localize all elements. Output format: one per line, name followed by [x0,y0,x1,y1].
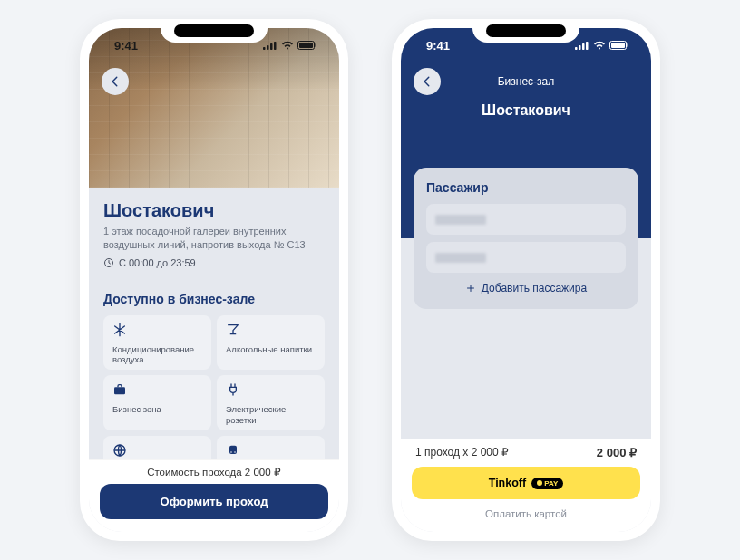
lounge-location: 1 этаж посадочной галереи внутренних воз… [103,225,325,252]
plug-icon [226,382,240,397]
price-label: Стоимость прохода 2 000 ₽ [100,466,328,478]
svg-rect-6 [316,43,317,47]
cocktail-icon [226,323,240,337]
status-time: 9:41 [426,39,450,53]
amenity-ac: Кондиционирование воздуха [103,315,211,371]
svg-rect-5 [299,43,313,48]
train-icon [226,443,240,458]
back-button[interactable] [414,68,441,95]
status-time: 9:41 [114,39,138,53]
arrow-left-icon [421,75,433,88]
battery-icon [297,41,317,50]
lounge-hours: С 00:00 до 23:59 [103,257,325,268]
amenities-title: Доступно в бизнес-зале [103,292,325,306]
tinkoff-pay-badge: PAY [531,478,563,489]
phone-left: 9:41 Шостакович 1 этаж посадочной галере… [80,19,348,541]
lounge-title: Шостакович [103,200,325,221]
amenities-grid: Кондиционирование воздуха Алкогольные на… [103,315,325,484]
header-title: Шостакович [401,102,651,119]
svg-rect-14 [579,45,581,50]
globe-icon [112,443,127,458]
redacted-value [435,215,486,225]
redacted-value [435,253,486,263]
notch [161,19,268,43]
passenger-name-input[interactable] [426,204,626,235]
signal-icon [575,41,589,50]
back-button[interactable] [102,68,129,95]
signal-icon [263,41,278,50]
svg-rect-16 [586,42,589,50]
plus-icon [465,283,476,294]
svg-rect-8 [114,388,125,395]
svg-rect-10 [229,446,237,454]
svg-rect-2 [270,43,273,50]
payment-footer: 1 проход x 2 000 ₽ 2 000 ₽ Tinkoff PAY О… [401,439,651,532]
amenity-business: Бизнес зона [103,375,211,430]
phone-right: 9:41 Бизнес-зал Шостакович Пассажир Доба… [392,19,660,541]
clock-icon [103,257,114,268]
svg-point-11 [230,451,232,453]
briefcase-icon [112,382,127,397]
svg-rect-18 [611,43,625,48]
wifi-icon [281,41,294,50]
svg-rect-19 [628,43,629,47]
svg-rect-13 [575,47,578,50]
wifi-icon [593,41,606,50]
checkout-button[interactable]: Оформить проход [100,484,328,519]
svg-rect-3 [274,42,277,50]
svg-rect-1 [267,45,269,50]
summary-total: 2 000 ₽ [597,446,637,459]
svg-rect-15 [582,43,585,50]
tinkoff-label: Tinkoff [489,477,526,489]
add-passenger-button[interactable]: Добавить пассажира [426,282,626,294]
arrow-left-icon [109,75,122,88]
tinkoff-pay-button[interactable]: Tinkoff PAY [412,467,640,499]
notch [472,19,579,43]
bottom-bar: Стоимость прохода 2 000 ₽ Оформить прохо… [89,459,339,532]
snowflake-icon [112,323,127,337]
amenity-power: Электрические розетки [217,375,325,430]
svg-point-12 [234,451,236,453]
price-summary: 1 проход x 2 000 ₽ 2 000 ₽ [412,446,640,467]
svg-rect-0 [263,47,266,50]
passenger-title: Пассажир [426,180,626,195]
passenger-doc-input[interactable] [426,242,626,273]
summary-line: 1 проход x 2 000 ₽ [415,446,509,459]
amenity-alcohol: Алкогольные напитки [217,315,325,371]
passenger-card: Пассажир Добавить пассажира [414,168,638,309]
battery-icon [609,41,629,50]
pay-by-card-button[interactable]: Оплатить картой [412,499,640,519]
